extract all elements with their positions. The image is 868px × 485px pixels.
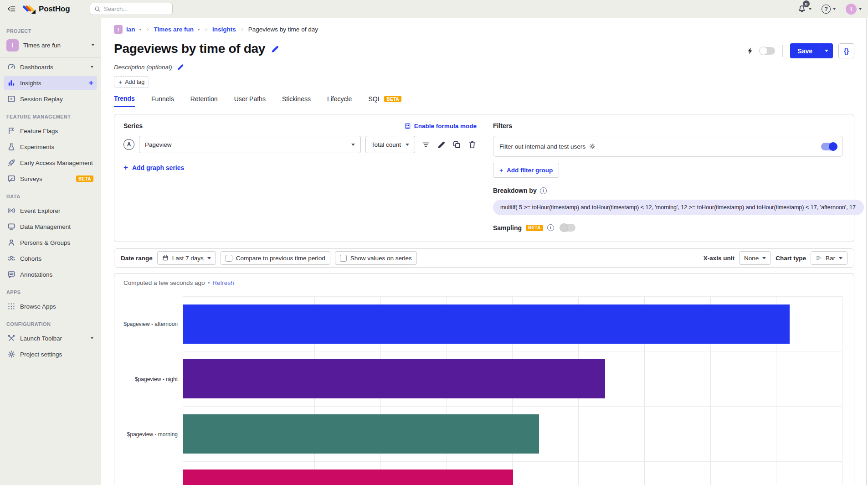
delete-trash-icon[interactable] bbox=[468, 140, 477, 149]
breakdown-value-pill[interactable]: multiIf( 5 >= toHour(timestamp) and toHo… bbox=[493, 200, 864, 215]
compare-checkbox-box[interactable]: Compare to previous time period bbox=[221, 251, 330, 265]
sidebar-item-data-management[interactable]: Data Management bbox=[4, 219, 97, 234]
posthog-logo[interactable]: PostHog bbox=[24, 4, 70, 14]
user-avatar: I bbox=[846, 4, 857, 15]
new-insight-plus-button[interactable]: + bbox=[88, 79, 93, 87]
breadcrumb-separator-icon bbox=[145, 27, 150, 32]
tab-trends[interactable]: Trends bbox=[114, 95, 135, 107]
global-search[interactable] bbox=[90, 3, 173, 15]
search-input[interactable] bbox=[104, 5, 159, 12]
tab-label: SQL bbox=[368, 95, 381, 103]
tab-stickiness[interactable]: Stickiness bbox=[282, 95, 311, 107]
tab-label: Funnels bbox=[151, 95, 174, 103]
notifications-button[interactable]: 0 bbox=[797, 4, 812, 14]
aggregation-select[interactable]: Total count bbox=[365, 136, 415, 153]
sidebar-item-launch-toolbar[interactable]: Launch Toolbar bbox=[4, 331, 97, 346]
breadcrumb-item[interactable]: Ian bbox=[126, 26, 135, 33]
show-values-checkbox[interactable] bbox=[340, 255, 347, 262]
sidebar-item-browse-apps[interactable]: Browse Apps bbox=[4, 299, 97, 314]
chevron-down-icon bbox=[406, 144, 409, 146]
chevron-down-icon bbox=[139, 29, 142, 31]
tab-sql[interactable]: SQLBETA bbox=[368, 95, 401, 107]
sidebar-item-event-explorer[interactable]: Event Explorer bbox=[4, 203, 97, 218]
sidebar-section-header: DATA bbox=[0, 187, 101, 202]
account-menu[interactable]: I bbox=[846, 4, 862, 15]
sidebar-item-label: Experiments bbox=[20, 144, 93, 150]
sidebar-item-insights[interactable]: Insights+ bbox=[4, 76, 97, 90]
gear-icon[interactable] bbox=[589, 143, 596, 150]
chevron-down-icon bbox=[197, 29, 200, 31]
date-range-label: Date range bbox=[121, 255, 153, 262]
chart-track bbox=[183, 296, 842, 351]
flag-icon bbox=[7, 127, 15, 135]
project-selector[interactable]: I Times are fun bbox=[4, 37, 97, 53]
view-source-button[interactable]: {} bbox=[838, 43, 854, 58]
show-values-label: Show values on series bbox=[350, 255, 412, 262]
edit-description-pencil-icon[interactable] bbox=[177, 63, 184, 71]
posthog-logo-mark-icon bbox=[24, 4, 36, 14]
sidebar-item-label: Persons & Groups bbox=[20, 239, 93, 246]
flask-icon bbox=[7, 143, 15, 151]
chart-bar[interactable] bbox=[183, 470, 513, 485]
show-values-checkbox-box[interactable]: Show values on series bbox=[335, 251, 417, 265]
tab-user-paths[interactable]: User Paths bbox=[234, 95, 266, 107]
rename-pencil-icon[interactable] bbox=[437, 140, 446, 149]
sampling-toggle[interactable] bbox=[560, 224, 575, 232]
insights-icon bbox=[7, 79, 15, 87]
sidebar-item-experiments[interactable]: Experiments bbox=[4, 139, 97, 154]
save-button[interactable]: Save bbox=[790, 43, 820, 58]
refresh-link[interactable]: Refresh bbox=[212, 279, 234, 286]
chart-type-select[interactable]: Bar bbox=[811, 251, 847, 265]
edit-title-pencil-icon[interactable] bbox=[271, 45, 279, 53]
date-range-select[interactable]: Last 7 days bbox=[157, 251, 216, 265]
sidebar-collapse-icon[interactable] bbox=[5, 3, 17, 15]
chart-bar[interactable] bbox=[183, 359, 605, 398]
compare-checkbox[interactable] bbox=[226, 255, 232, 262]
add-tag-label: Add tag bbox=[125, 79, 144, 85]
sidebar-item-project-settings[interactable]: Project settings bbox=[4, 347, 97, 361]
chart-bar[interactable] bbox=[183, 414, 539, 454]
add-filter-group-label: Add filter group bbox=[507, 167, 553, 174]
save-options-button[interactable] bbox=[820, 43, 833, 58]
sidebar-item-surveys[interactable]: SurveysBETA bbox=[4, 171, 97, 186]
sidebar-item-annotations[interactable]: Annotations bbox=[4, 267, 97, 282]
tab-retention[interactable]: Retention bbox=[190, 95, 218, 107]
event-select[interactable]: Pageview bbox=[139, 136, 361, 153]
duplicate-icon[interactable] bbox=[452, 140, 461, 149]
sidebar-item-early-access-management[interactable]: Early Access Management bbox=[4, 155, 97, 170]
sidebar-item-cohorts[interactable]: Cohorts bbox=[4, 251, 97, 266]
sidebar-section-header: APPS bbox=[0, 283, 101, 298]
computed-status: Computed a few seconds ago bbox=[123, 279, 205, 286]
add-series-label: Add graph series bbox=[132, 164, 184, 171]
chart-category-label: $pageview - morning bbox=[123, 407, 183, 462]
tab-funnels[interactable]: Funnels bbox=[151, 95, 174, 107]
chevron-down-icon bbox=[859, 8, 862, 10]
add-tag-button[interactable]: + Add tag bbox=[114, 76, 149, 88]
sidebar-item-session-replay[interactable]: Session Replay bbox=[4, 92, 97, 106]
chevron-down-icon bbox=[207, 257, 211, 259]
breadcrumb-item[interactable]: Insights bbox=[212, 26, 236, 33]
help-button[interactable]: ? bbox=[822, 5, 836, 14]
survey-icon bbox=[7, 175, 15, 183]
enable-formula-mode-button[interactable]: Enable formula mode bbox=[404, 123, 477, 129]
add-graph-series-button[interactable]: + Add graph series bbox=[123, 163, 184, 172]
breadcrumb-item[interactable]: Times are fun bbox=[154, 26, 194, 33]
date-range-value: Last 7 days bbox=[172, 255, 204, 262]
auto-refresh-toggle[interactable] bbox=[760, 47, 775, 55]
test-filter-toggle[interactable] bbox=[821, 143, 837, 150]
sidebar-item-label: Surveys bbox=[20, 175, 72, 182]
sidebar-item-persons-groups[interactable]: Persons & Groups bbox=[4, 235, 97, 250]
tab-lifecycle[interactable]: Lifecycle bbox=[327, 95, 352, 107]
sidebar-item-feature-flags[interactable]: Feature Flags bbox=[4, 124, 97, 138]
scroll-edge bbox=[866, 18, 867, 485]
add-filter-group-button[interactable]: + Add filter group bbox=[493, 163, 559, 178]
filter-icon[interactable] bbox=[421, 140, 430, 149]
sidebar-item-dashboards[interactable]: Dashboards bbox=[4, 60, 97, 74]
separator-dot: • bbox=[208, 279, 210, 286]
chart-track bbox=[183, 462, 842, 485]
chart-bar[interactable] bbox=[183, 304, 790, 344]
posthog-logo-text: PostHog bbox=[39, 5, 70, 14]
chevron-down-icon bbox=[809, 8, 812, 10]
sidebar-section-header: PROJECT bbox=[0, 22, 101, 36]
xaxis-unit-select[interactable]: None bbox=[739, 251, 771, 265]
